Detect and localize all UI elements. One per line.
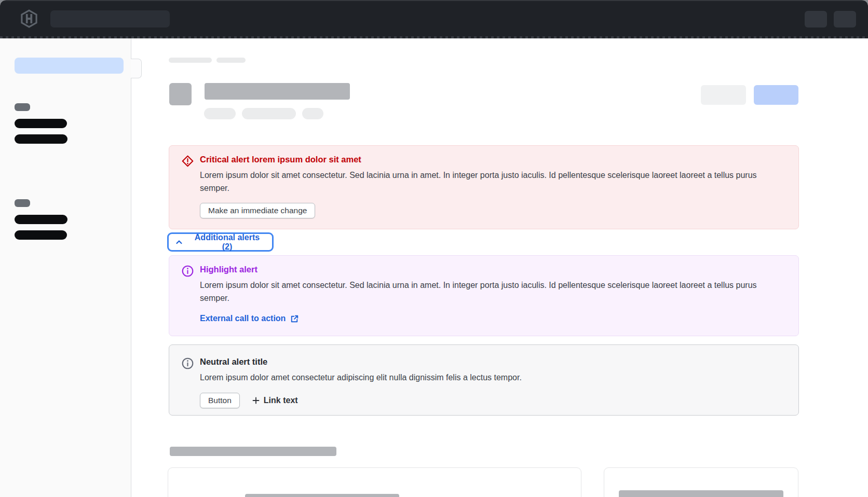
hashicorp-logo <box>19 9 39 29</box>
chevron-up-icon <box>175 238 183 246</box>
card-content-skeleton <box>245 494 399 497</box>
sidebar-section-label-skeleton <box>15 199 30 207</box>
top-nav-bar <box>0 0 868 38</box>
alert-diamond-icon <box>181 155 194 168</box>
breadcrumb-skeleton <box>169 58 212 63</box>
sidebar-item-skeleton[interactable] <box>15 215 67 224</box>
primary-button-skeleton[interactable] <box>754 85 798 105</box>
breadcrumb-skeleton <box>216 58 246 63</box>
badge-skeleton <box>204 108 236 119</box>
topbar-action-skeleton[interactable] <box>805 11 827 27</box>
add-link[interactable]: Link text <box>252 396 298 405</box>
badge-skeleton <box>302 108 323 119</box>
page-title-skeleton <box>205 83 350 100</box>
sidebar <box>0 38 131 497</box>
content-card <box>168 467 581 497</box>
additional-alerts-toggle[interactable]: Additional alerts (2) <box>167 232 274 252</box>
neutral-button[interactable]: Button <box>200 393 240 408</box>
critical-alert-title: Critical alert lorem ipsum dolor sit ame… <box>200 154 786 164</box>
topbar-action-skeleton[interactable] <box>834 11 856 27</box>
highlight-alert: Highlight alert Lorem ipsum dolor sit am… <box>169 255 799 336</box>
neutral-alert: Neutral alert title Lorem ipsum dolor am… <box>169 344 799 416</box>
neutral-alert-actions: Button Link text <box>200 393 786 408</box>
external-cta-link[interactable]: External call to action <box>200 314 299 323</box>
neutral-alert-title: Neutral alert title <box>200 356 786 367</box>
sidebar-active-item-skeleton[interactable] <box>15 58 124 74</box>
search-input-skeleton[interactable] <box>50 10 170 27</box>
secondary-button-skeleton[interactable] <box>701 85 746 105</box>
external-link-icon <box>290 314 299 323</box>
critical-alert: Critical alert lorem ipsum dolor sit ame… <box>169 145 799 229</box>
sidebar-item-skeleton[interactable] <box>15 119 67 128</box>
sidebar-section-label-skeleton <box>15 103 30 111</box>
critical-alert-body: Lorem ipsum dolor sit amet consectetur. … <box>200 169 788 195</box>
external-cta-label: External call to action <box>200 314 286 323</box>
info-icon <box>181 265 194 278</box>
highlight-alert-body: Lorem ipsum dolor sit amet consectetur. … <box>200 279 788 305</box>
plus-icon <box>252 397 260 404</box>
page-icon-skeleton <box>169 83 192 105</box>
sidebar-item-skeleton[interactable] <box>15 134 67 144</box>
section-title-skeleton <box>170 447 336 456</box>
app-window: Critical alert lorem ipsum dolor sit ame… <box>0 0 868 497</box>
sidebar-item-skeleton[interactable] <box>15 230 67 240</box>
info-icon <box>181 357 194 370</box>
content-card <box>604 467 798 497</box>
neutral-alert-body: Lorem ipsum dolor amet consectetur adipi… <box>200 371 788 384</box>
badge-skeleton <box>242 108 296 119</box>
additional-alerts-label: Additional alerts (2) <box>188 233 266 252</box>
add-link-label: Link text <box>264 396 298 405</box>
immediate-change-button[interactable]: Make an immediate change <box>200 203 315 218</box>
card-content-skeleton <box>619 490 783 497</box>
sidebar-collapse-handle[interactable] <box>131 59 142 78</box>
highlight-alert-title: Highlight alert <box>200 264 786 274</box>
